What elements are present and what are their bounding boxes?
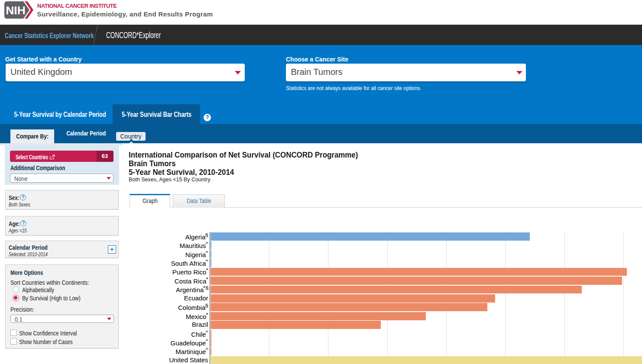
svg-text:NIH: NIH [6,4,26,17]
